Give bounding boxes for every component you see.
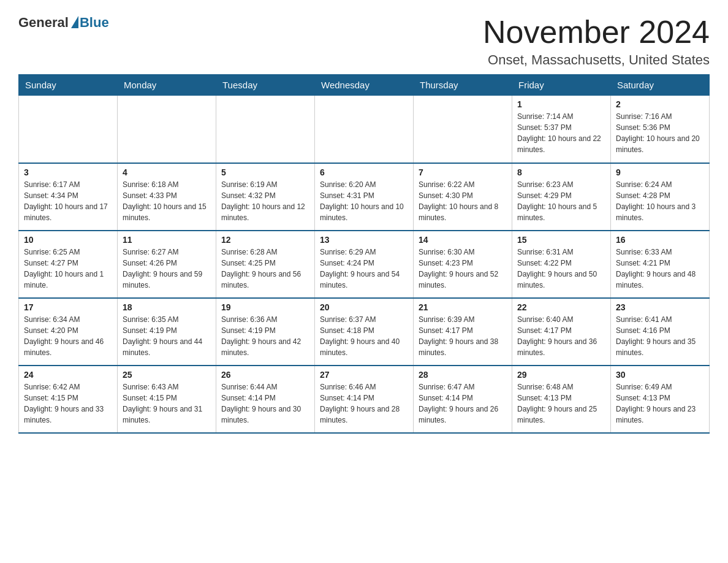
day-info: Sunrise: 6:36 AM Sunset: 4:19 PM Dayligh… xyxy=(221,314,309,358)
day-number: 7 xyxy=(419,167,507,177)
day-number: 21 xyxy=(419,302,507,312)
day-of-week-header: Friday xyxy=(512,75,611,96)
day-info: Sunrise: 6:33 AM Sunset: 4:21 PM Dayligh… xyxy=(616,247,704,291)
day-info: Sunrise: 6:34 AM Sunset: 4:20 PM Dayligh… xyxy=(24,314,112,358)
calendar-table: SundayMondayTuesdayWednesdayThursdayFrid… xyxy=(18,74,710,434)
day-info: Sunrise: 6:25 AM Sunset: 4:27 PM Dayligh… xyxy=(24,247,112,291)
day-info: Sunrise: 6:28 AM Sunset: 4:25 PM Dayligh… xyxy=(221,247,309,291)
calendar-day-cell: 5Sunrise: 6:19 AM Sunset: 4:32 PM Daylig… xyxy=(216,163,315,231)
page-header: General Blue November 2024 Onset, Massac… xyxy=(18,15,710,68)
day-info: Sunrise: 6:48 AM Sunset: 4:13 PM Dayligh… xyxy=(517,381,605,426)
day-number: 28 xyxy=(419,370,507,380)
day-number: 1 xyxy=(517,99,605,109)
day-of-week-header: Monday xyxy=(118,75,216,96)
day-of-week-header: Tuesday xyxy=(216,75,315,96)
day-number: 27 xyxy=(320,370,408,380)
day-number: 11 xyxy=(123,235,211,245)
day-info: Sunrise: 6:44 AM Sunset: 4:14 PM Dayligh… xyxy=(221,381,309,426)
calendar-day-cell: 1Sunrise: 7:14 AM Sunset: 5:37 PM Daylig… xyxy=(512,96,611,163)
day-number: 16 xyxy=(616,235,704,245)
day-info: Sunrise: 6:47 AM Sunset: 4:14 PM Dayligh… xyxy=(419,381,507,426)
day-number: 17 xyxy=(24,302,112,312)
logo-general-text: General xyxy=(18,15,69,31)
day-info: Sunrise: 7:16 AM Sunset: 5:36 PM Dayligh… xyxy=(616,111,704,155)
calendar-day-cell: 4Sunrise: 6:18 AM Sunset: 4:33 PM Daylig… xyxy=(118,163,216,231)
day-info: Sunrise: 6:29 AM Sunset: 4:24 PM Dayligh… xyxy=(320,247,408,291)
day-info: Sunrise: 6:49 AM Sunset: 4:13 PM Dayligh… xyxy=(616,381,704,426)
calendar-body: 1Sunrise: 7:14 AM Sunset: 5:37 PM Daylig… xyxy=(19,96,710,433)
day-info: Sunrise: 6:20 AM Sunset: 4:31 PM Dayligh… xyxy=(320,179,408,223)
day-info: Sunrise: 6:31 AM Sunset: 4:22 PM Dayligh… xyxy=(517,247,605,291)
calendar-day-cell: 20Sunrise: 6:37 AM Sunset: 4:18 PM Dayli… xyxy=(315,298,414,366)
day-of-week-header: Sunday xyxy=(19,75,118,96)
calendar-header: SundayMondayTuesdayWednesdayThursdayFrid… xyxy=(19,75,710,96)
calendar-day-cell: 30Sunrise: 6:49 AM Sunset: 4:13 PM Dayli… xyxy=(611,366,710,433)
calendar-day-cell xyxy=(315,96,414,163)
calendar-day-cell: 14Sunrise: 6:30 AM Sunset: 4:23 PM Dayli… xyxy=(414,231,512,298)
day-number: 29 xyxy=(517,370,605,380)
day-info: Sunrise: 6:35 AM Sunset: 4:19 PM Dayligh… xyxy=(123,314,211,358)
day-number: 20 xyxy=(320,302,408,312)
day-info: Sunrise: 6:23 AM Sunset: 4:29 PM Dayligh… xyxy=(517,179,605,223)
day-info: Sunrise: 6:22 AM Sunset: 4:30 PM Dayligh… xyxy=(419,179,507,223)
day-info: Sunrise: 6:18 AM Sunset: 4:33 PM Dayligh… xyxy=(123,179,211,223)
page-subtitle: Onset, Massachusetts, United States xyxy=(483,52,710,68)
day-info: Sunrise: 6:46 AM Sunset: 4:14 PM Dayligh… xyxy=(320,381,408,426)
day-number: 10 xyxy=(24,235,112,245)
logo-triangle-icon xyxy=(71,16,78,28)
day-number: 26 xyxy=(221,370,309,380)
calendar-day-cell xyxy=(19,96,118,163)
day-number: 14 xyxy=(419,235,507,245)
day-of-week-header: Thursday xyxy=(414,75,512,96)
calendar-day-cell: 23Sunrise: 6:41 AM Sunset: 4:16 PM Dayli… xyxy=(611,298,710,366)
logo: General Blue xyxy=(18,15,109,31)
day-number: 9 xyxy=(616,167,704,177)
day-number: 5 xyxy=(221,167,309,177)
day-number: 6 xyxy=(320,167,408,177)
calendar-day-cell: 2Sunrise: 7:16 AM Sunset: 5:36 PM Daylig… xyxy=(611,96,710,163)
days-of-week-row: SundayMondayTuesdayWednesdayThursdayFrid… xyxy=(19,75,710,96)
day-number: 4 xyxy=(123,167,211,177)
day-info: Sunrise: 6:41 AM Sunset: 4:16 PM Dayligh… xyxy=(616,314,704,358)
day-number: 23 xyxy=(616,302,704,312)
calendar-week-row: 10Sunrise: 6:25 AM Sunset: 4:27 PM Dayli… xyxy=(19,231,710,298)
day-info: Sunrise: 6:19 AM Sunset: 4:32 PM Dayligh… xyxy=(221,179,309,223)
calendar-week-row: 24Sunrise: 6:42 AM Sunset: 4:15 PM Dayli… xyxy=(19,366,710,433)
calendar-day-cell: 21Sunrise: 6:39 AM Sunset: 4:17 PM Dayli… xyxy=(414,298,512,366)
calendar-day-cell: 29Sunrise: 6:48 AM Sunset: 4:13 PM Dayli… xyxy=(512,366,611,433)
page-title: November 2024 xyxy=(483,15,710,50)
calendar-day-cell: 22Sunrise: 6:40 AM Sunset: 4:17 PM Dayli… xyxy=(512,298,611,366)
calendar-day-cell: 15Sunrise: 6:31 AM Sunset: 4:22 PM Dayli… xyxy=(512,231,611,298)
calendar-day-cell: 10Sunrise: 6:25 AM Sunset: 4:27 PM Dayli… xyxy=(19,231,118,298)
calendar-day-cell: 17Sunrise: 6:34 AM Sunset: 4:20 PM Dayli… xyxy=(19,298,118,366)
calendar-week-row: 17Sunrise: 6:34 AM Sunset: 4:20 PM Dayli… xyxy=(19,298,710,366)
day-of-week-header: Saturday xyxy=(611,75,710,96)
day-of-week-header: Wednesday xyxy=(315,75,414,96)
calendar-day-cell: 6Sunrise: 6:20 AM Sunset: 4:31 PM Daylig… xyxy=(315,163,414,231)
calendar-day-cell xyxy=(414,96,512,163)
calendar-day-cell xyxy=(216,96,315,163)
day-info: Sunrise: 7:14 AM Sunset: 5:37 PM Dayligh… xyxy=(517,111,605,155)
day-number: 2 xyxy=(616,99,704,109)
calendar-day-cell xyxy=(118,96,216,163)
day-info: Sunrise: 6:40 AM Sunset: 4:17 PM Dayligh… xyxy=(517,314,605,358)
calendar-day-cell: 27Sunrise: 6:46 AM Sunset: 4:14 PM Dayli… xyxy=(315,366,414,433)
calendar-week-row: 1Sunrise: 7:14 AM Sunset: 5:37 PM Daylig… xyxy=(19,96,710,163)
day-info: Sunrise: 6:24 AM Sunset: 4:28 PM Dayligh… xyxy=(616,179,704,223)
title-block: November 2024 Onset, Massachusetts, Unit… xyxy=(483,15,710,68)
day-number: 24 xyxy=(24,370,112,380)
calendar-day-cell: 12Sunrise: 6:28 AM Sunset: 4:25 PM Dayli… xyxy=(216,231,315,298)
day-number: 19 xyxy=(221,302,309,312)
day-info: Sunrise: 6:37 AM Sunset: 4:18 PM Dayligh… xyxy=(320,314,408,358)
day-number: 13 xyxy=(320,235,408,245)
calendar-day-cell: 16Sunrise: 6:33 AM Sunset: 4:21 PM Dayli… xyxy=(611,231,710,298)
calendar-day-cell: 9Sunrise: 6:24 AM Sunset: 4:28 PM Daylig… xyxy=(611,163,710,231)
calendar-day-cell: 3Sunrise: 6:17 AM Sunset: 4:34 PM Daylig… xyxy=(19,163,118,231)
day-info: Sunrise: 6:30 AM Sunset: 4:23 PM Dayligh… xyxy=(419,247,507,291)
day-info: Sunrise: 6:42 AM Sunset: 4:15 PM Dayligh… xyxy=(24,381,112,426)
calendar-day-cell: 19Sunrise: 6:36 AM Sunset: 4:19 PM Dayli… xyxy=(216,298,315,366)
calendar-day-cell: 8Sunrise: 6:23 AM Sunset: 4:29 PM Daylig… xyxy=(512,163,611,231)
day-number: 22 xyxy=(517,302,605,312)
calendar-day-cell: 18Sunrise: 6:35 AM Sunset: 4:19 PM Dayli… xyxy=(118,298,216,366)
day-number: 25 xyxy=(123,370,211,380)
